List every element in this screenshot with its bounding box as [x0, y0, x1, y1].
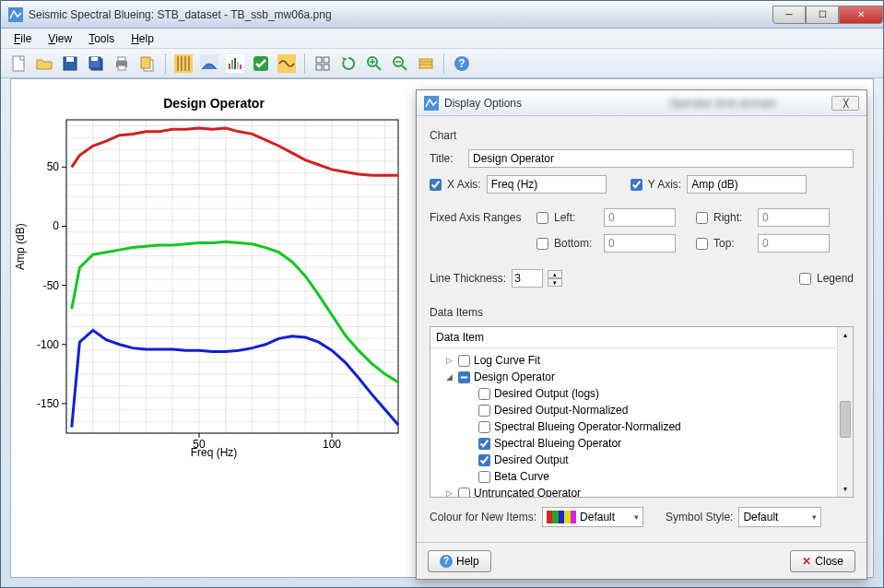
spinner-buttons[interactable]: ▴▾ — [548, 270, 562, 287]
top-input[interactable] — [758, 234, 830, 253]
tree-item-label: Beta Curve — [494, 470, 549, 483]
menu-tools[interactable]: Tools — [81, 30, 122, 47]
spectrum-button[interactable] — [223, 52, 247, 76]
close-button[interactable]: ✕ — [839, 6, 883, 24]
tree-checkbox[interactable] — [458, 371, 470, 383]
zoom-out-icon — [391, 54, 409, 73]
svg-rect-12 — [174, 54, 193, 73]
save-button[interactable] — [58, 52, 82, 76]
print-button[interactable] — [110, 52, 134, 76]
yaxis-label: Y Axis: — [648, 178, 681, 191]
close-button-dialog[interactable]: ✕Close — [790, 550, 855, 572]
maximize-button[interactable]: ☐ — [806, 6, 839, 24]
svg-rect-17 — [234, 58, 236, 69]
title-label: Title: — [430, 152, 463, 165]
tree-toggle-icon[interactable]: ◢ — [443, 372, 454, 382]
tree-item[interactable]: Desired Output-Normalized — [436, 402, 847, 418]
tree-checkbox[interactable] — [458, 488, 470, 499]
scroll-down-icon[interactable]: ▾ — [838, 481, 853, 497]
fixed-ranges-label: Fixed Axis Ranges — [430, 211, 531, 224]
tree-item[interactable]: Spectral Blueing Operator-Normalized — [436, 418, 847, 435]
tree-scrollbar[interactable]: ▴ ▾ — [837, 327, 853, 497]
tree-item[interactable]: Desired Output (logs) — [436, 385, 847, 402]
top-checkbox[interactable] — [696, 238, 708, 250]
x-axis-label: Freq (Hz) — [191, 446, 238, 459]
grid-button[interactable] — [311, 52, 335, 76]
tree-item[interactable]: ▷Untruncated Operator — [436, 485, 847, 498]
tree-toggle-icon[interactable]: ▷ — [443, 356, 454, 365]
tree-checkbox[interactable] — [478, 405, 490, 417]
copy-button[interactable] — [136, 52, 159, 76]
dialog-titlebar[interactable]: Display Options Operator time-domain ╳ — [417, 90, 866, 116]
scroll-thumb[interactable] — [840, 401, 851, 438]
yaxis-checkbox[interactable] — [631, 179, 642, 191]
xaxis-input[interactable] — [487, 175, 607, 194]
open-file-button[interactable] — [32, 52, 56, 76]
dialog-close-icon[interactable]: ╳ — [831, 96, 859, 111]
dialog-title: Display Options — [444, 97, 668, 110]
legend-checkbox[interactable] — [799, 273, 811, 285]
svg-rect-8 — [118, 57, 125, 61]
refresh-icon — [339, 54, 358, 73]
title-input[interactable] — [468, 149, 854, 168]
tree-item-label: Untruncated Operator — [474, 487, 581, 498]
right-checkbox[interactable] — [696, 212, 708, 224]
dialog-footer: ?Help ✕Close — [417, 542, 866, 579]
menu-file[interactable]: File — [6, 30, 39, 47]
save-all-button[interactable] — [84, 52, 108, 76]
bottom-input[interactable] — [604, 234, 676, 253]
tree-item-label: Spectral Blueing Operator — [494, 437, 621, 450]
fit-icon — [417, 54, 435, 73]
tree-checkbox[interactable] — [478, 438, 490, 450]
right-input[interactable] — [758, 208, 830, 227]
colour-combo[interactable]: Default — [542, 507, 643, 527]
fit-button[interactable] — [414, 52, 438, 76]
zoom-in-button[interactable] — [362, 52, 386, 76]
left-label: Left: — [554, 211, 598, 224]
menu-view[interactable]: View — [41, 30, 79, 47]
svg-rect-16 — [231, 60, 233, 69]
tree-checkbox[interactable] — [478, 388, 490, 400]
left-input[interactable] — [604, 208, 676, 227]
help-button[interactable]: ?Help — [428, 550, 491, 572]
tree-item[interactable]: Desired Output — [436, 452, 847, 468]
save-icon — [61, 54, 79, 73]
svg-text:-150: -150 — [37, 397, 59, 410]
zoom-out-button[interactable] — [388, 52, 412, 76]
tree-item-label: Desired Output-Normalized — [494, 404, 628, 417]
left-checkbox[interactable] — [536, 212, 548, 224]
xaxis-checkbox[interactable] — [430, 179, 442, 191]
check-button[interactable] — [249, 52, 273, 76]
seismic-icon — [174, 54, 193, 73]
menu-help[interactable]: Help — [124, 30, 161, 47]
bottom-checkbox[interactable] — [536, 238, 548, 250]
seismic-button[interactable] — [171, 52, 195, 76]
new-file-button[interactable] — [6, 52, 30, 76]
titlebar[interactable]: Seismic Spectral Blueing: STB_dataset - … — [1, 1, 883, 29]
symbol-combo[interactable]: Default — [738, 507, 821, 527]
tree-item[interactable]: ◢Design Operator — [436, 369, 847, 385]
chart-plot[interactable]: 50100-150-100-50050 — [11, 111, 417, 479]
blueing-button[interactable] — [197, 52, 221, 76]
help-button[interactable]: ? — [450, 52, 474, 76]
refresh-button[interactable] — [336, 52, 360, 76]
line-thickness-spinner[interactable]: 3 — [512, 269, 543, 288]
tree-item[interactable]: Spectral Blueing Operator — [436, 435, 847, 452]
data-item-tree[interactable]: ▷Log Curve Fit◢Design OperatorDesired Ou… — [430, 348, 853, 498]
minimize-button[interactable]: ─ — [772, 6, 806, 24]
tree-checkbox[interactable] — [478, 454, 490, 466]
y-axis-label: Amp (dB) — [14, 223, 27, 270]
svg-rect-1 — [13, 56, 24, 71]
yaxis-input[interactable] — [687, 175, 807, 194]
operator-button[interactable] — [275, 52, 299, 76]
scroll-up-icon[interactable]: ▴ — [838, 327, 853, 343]
help-icon: ? — [453, 54, 471, 73]
tree-item[interactable]: Beta Curve — [436, 468, 847, 485]
chart-section-label: Chart — [430, 129, 854, 142]
tree-checkbox[interactable] — [458, 355, 470, 367]
tree-item[interactable]: ▷Log Curve Fit — [436, 352, 847, 369]
svg-rect-19 — [240, 65, 242, 69]
tree-checkbox[interactable] — [478, 421, 490, 433]
tree-checkbox[interactable] — [478, 471, 490, 483]
tree-toggle-icon[interactable]: ▷ — [443, 488, 454, 498]
